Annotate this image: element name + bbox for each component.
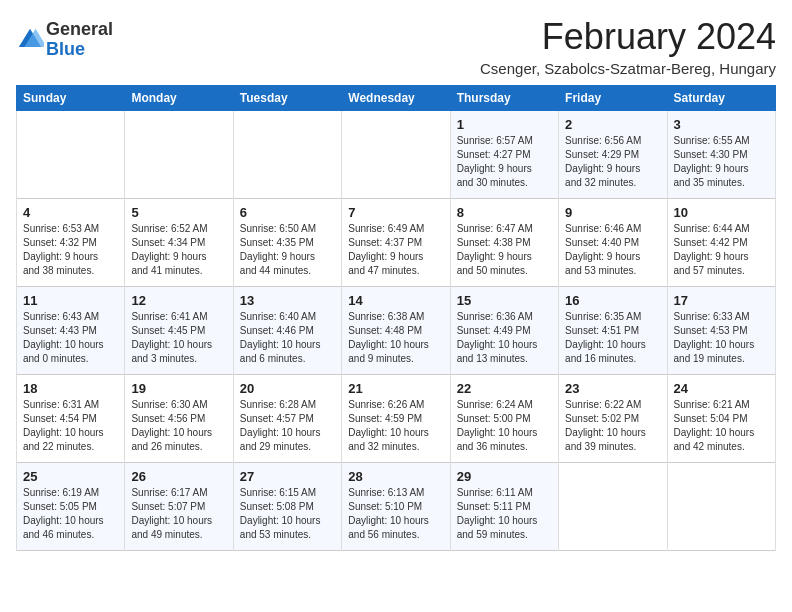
table-row: 8Sunrise: 6:47 AM Sunset: 4:38 PM Daylig… [450, 199, 558, 287]
day-number: 12 [131, 293, 226, 308]
header-friday: Friday [559, 86, 667, 111]
day-info: Sunrise: 6:46 AM Sunset: 4:40 PM Dayligh… [565, 222, 660, 278]
table-row: 4Sunrise: 6:53 AM Sunset: 4:32 PM Daylig… [17, 199, 125, 287]
calendar-week-row: 4Sunrise: 6:53 AM Sunset: 4:32 PM Daylig… [17, 199, 776, 287]
table-row: 5Sunrise: 6:52 AM Sunset: 4:34 PM Daylig… [125, 199, 233, 287]
day-info: Sunrise: 6:50 AM Sunset: 4:35 PM Dayligh… [240, 222, 335, 278]
day-number: 15 [457, 293, 552, 308]
day-number: 18 [23, 381, 118, 396]
day-number: 27 [240, 469, 335, 484]
day-number: 1 [457, 117, 552, 132]
header-sunday: Sunday [17, 86, 125, 111]
table-row [125, 111, 233, 199]
day-info: Sunrise: 6:33 AM Sunset: 4:53 PM Dayligh… [674, 310, 769, 366]
day-number: 3 [674, 117, 769, 132]
day-info: Sunrise: 6:47 AM Sunset: 4:38 PM Dayligh… [457, 222, 552, 278]
logo-general-text: General [46, 19, 113, 39]
calendar-table: Sunday Monday Tuesday Wednesday Thursday… [16, 85, 776, 551]
day-number: 14 [348, 293, 443, 308]
day-number: 8 [457, 205, 552, 220]
day-number: 6 [240, 205, 335, 220]
day-number: 21 [348, 381, 443, 396]
day-number: 26 [131, 469, 226, 484]
day-info: Sunrise: 6:36 AM Sunset: 4:49 PM Dayligh… [457, 310, 552, 366]
table-row: 18Sunrise: 6:31 AM Sunset: 4:54 PM Dayli… [17, 375, 125, 463]
day-info: Sunrise: 6:17 AM Sunset: 5:07 PM Dayligh… [131, 486, 226, 542]
table-row: 2Sunrise: 6:56 AM Sunset: 4:29 PM Daylig… [559, 111, 667, 199]
day-info: Sunrise: 6:28 AM Sunset: 4:57 PM Dayligh… [240, 398, 335, 454]
day-number: 29 [457, 469, 552, 484]
day-info: Sunrise: 6:13 AM Sunset: 5:10 PM Dayligh… [348, 486, 443, 542]
logo-blue-text: Blue [46, 39, 85, 59]
table-row: 20Sunrise: 6:28 AM Sunset: 4:57 PM Dayli… [233, 375, 341, 463]
day-info: Sunrise: 6:44 AM Sunset: 4:42 PM Dayligh… [674, 222, 769, 278]
table-row: 29Sunrise: 6:11 AM Sunset: 5:11 PM Dayli… [450, 463, 558, 551]
day-number: 11 [23, 293, 118, 308]
day-info: Sunrise: 6:53 AM Sunset: 4:32 PM Dayligh… [23, 222, 118, 278]
table-row: 28Sunrise: 6:13 AM Sunset: 5:10 PM Dayli… [342, 463, 450, 551]
day-info: Sunrise: 6:11 AM Sunset: 5:11 PM Dayligh… [457, 486, 552, 542]
day-number: 10 [674, 205, 769, 220]
table-row: 26Sunrise: 6:17 AM Sunset: 5:07 PM Dayli… [125, 463, 233, 551]
weekday-header-row: Sunday Monday Tuesday Wednesday Thursday… [17, 86, 776, 111]
table-row [667, 463, 775, 551]
table-row: 14Sunrise: 6:38 AM Sunset: 4:48 PM Dayli… [342, 287, 450, 375]
table-row: 16Sunrise: 6:35 AM Sunset: 4:51 PM Dayli… [559, 287, 667, 375]
table-row: 25Sunrise: 6:19 AM Sunset: 5:05 PM Dayli… [17, 463, 125, 551]
table-row: 22Sunrise: 6:24 AM Sunset: 5:00 PM Dayli… [450, 375, 558, 463]
title-block: February 2024 Csenger, Szabolcs-Szatmar-… [480, 16, 776, 77]
day-info: Sunrise: 6:38 AM Sunset: 4:48 PM Dayligh… [348, 310, 443, 366]
calendar-week-row: 18Sunrise: 6:31 AM Sunset: 4:54 PM Dayli… [17, 375, 776, 463]
header-wednesday: Wednesday [342, 86, 450, 111]
table-row [233, 111, 341, 199]
table-row: 27Sunrise: 6:15 AM Sunset: 5:08 PM Dayli… [233, 463, 341, 551]
header-monday: Monday [125, 86, 233, 111]
table-row [342, 111, 450, 199]
calendar-subtitle: Csenger, Szabolcs-Szatmar-Bereg, Hungary [480, 60, 776, 77]
day-info: Sunrise: 6:55 AM Sunset: 4:30 PM Dayligh… [674, 134, 769, 190]
day-number: 23 [565, 381, 660, 396]
day-number: 22 [457, 381, 552, 396]
day-info: Sunrise: 6:57 AM Sunset: 4:27 PM Dayligh… [457, 134, 552, 190]
logo: General Blue [16, 20, 113, 60]
day-info: Sunrise: 6:19 AM Sunset: 5:05 PM Dayligh… [23, 486, 118, 542]
day-number: 5 [131, 205, 226, 220]
calendar-week-row: 1Sunrise: 6:57 AM Sunset: 4:27 PM Daylig… [17, 111, 776, 199]
day-info: Sunrise: 6:56 AM Sunset: 4:29 PM Dayligh… [565, 134, 660, 190]
header-tuesday: Tuesday [233, 86, 341, 111]
day-info: Sunrise: 6:43 AM Sunset: 4:43 PM Dayligh… [23, 310, 118, 366]
day-info: Sunrise: 6:52 AM Sunset: 4:34 PM Dayligh… [131, 222, 226, 278]
table-row: 1Sunrise: 6:57 AM Sunset: 4:27 PM Daylig… [450, 111, 558, 199]
table-row: 19Sunrise: 6:30 AM Sunset: 4:56 PM Dayli… [125, 375, 233, 463]
calendar-week-row: 25Sunrise: 6:19 AM Sunset: 5:05 PM Dayli… [17, 463, 776, 551]
table-row [559, 463, 667, 551]
table-row: 13Sunrise: 6:40 AM Sunset: 4:46 PM Dayli… [233, 287, 341, 375]
day-info: Sunrise: 6:22 AM Sunset: 5:02 PM Dayligh… [565, 398, 660, 454]
header-thursday: Thursday [450, 86, 558, 111]
day-info: Sunrise: 6:15 AM Sunset: 5:08 PM Dayligh… [240, 486, 335, 542]
table-row: 21Sunrise: 6:26 AM Sunset: 4:59 PM Dayli… [342, 375, 450, 463]
day-info: Sunrise: 6:21 AM Sunset: 5:04 PM Dayligh… [674, 398, 769, 454]
day-number: 17 [674, 293, 769, 308]
day-info: Sunrise: 6:26 AM Sunset: 4:59 PM Dayligh… [348, 398, 443, 454]
day-info: Sunrise: 6:41 AM Sunset: 4:45 PM Dayligh… [131, 310, 226, 366]
calendar-week-row: 11Sunrise: 6:43 AM Sunset: 4:43 PM Dayli… [17, 287, 776, 375]
day-info: Sunrise: 6:49 AM Sunset: 4:37 PM Dayligh… [348, 222, 443, 278]
table-row: 24Sunrise: 6:21 AM Sunset: 5:04 PM Dayli… [667, 375, 775, 463]
day-number: 13 [240, 293, 335, 308]
table-row: 11Sunrise: 6:43 AM Sunset: 4:43 PM Dayli… [17, 287, 125, 375]
day-info: Sunrise: 6:24 AM Sunset: 5:00 PM Dayligh… [457, 398, 552, 454]
table-row: 15Sunrise: 6:36 AM Sunset: 4:49 PM Dayli… [450, 287, 558, 375]
table-row: 12Sunrise: 6:41 AM Sunset: 4:45 PM Dayli… [125, 287, 233, 375]
day-info: Sunrise: 6:35 AM Sunset: 4:51 PM Dayligh… [565, 310, 660, 366]
table-row: 17Sunrise: 6:33 AM Sunset: 4:53 PM Dayli… [667, 287, 775, 375]
day-info: Sunrise: 6:30 AM Sunset: 4:56 PM Dayligh… [131, 398, 226, 454]
day-number: 4 [23, 205, 118, 220]
table-row: 6Sunrise: 6:50 AM Sunset: 4:35 PM Daylig… [233, 199, 341, 287]
page-header: General Blue February 2024 Csenger, Szab… [16, 16, 776, 77]
table-row: 3Sunrise: 6:55 AM Sunset: 4:30 PM Daylig… [667, 111, 775, 199]
logo-icon [16, 26, 44, 54]
day-number: 28 [348, 469, 443, 484]
day-number: 9 [565, 205, 660, 220]
day-number: 16 [565, 293, 660, 308]
